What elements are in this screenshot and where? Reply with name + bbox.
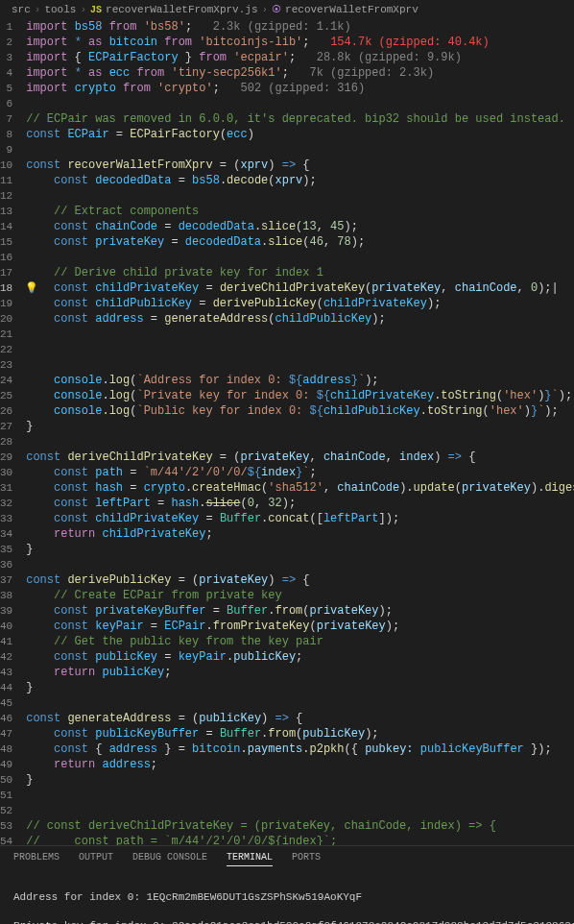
line-number: 39: [0, 603, 12, 619]
line-number: 20: [0, 311, 12, 327]
code-line[interactable]: [26, 557, 574, 572]
line-number: 42: [0, 649, 12, 665]
code-line[interactable]: const privateKey = decodedData.slice(46,…: [26, 234, 574, 250]
chevron-right-icon: ›: [80, 4, 86, 15]
line-number: 30: [0, 465, 12, 480]
tab-debug[interactable]: DEBUG CONSOLE: [132, 852, 207, 866]
breadcrumb[interactable]: src › tools › JS recoverWalletFromXprv.j…: [0, 0, 574, 19]
line-number: 9: [0, 142, 12, 158]
code-line[interactable]: [26, 188, 574, 204]
line-number: 19: [0, 296, 12, 311]
code-line[interactable]: const chainCode = decodedData.slice(13, …: [26, 219, 574, 234]
code-line[interactable]: const publicKeyBuffer = Buffer.from(publ…: [26, 726, 574, 742]
code-line[interactable]: const ECPair = ECPairFactory(ecc): [26, 127, 574, 142]
code-line[interactable]: [26, 327, 574, 342]
code-line[interactable]: [26, 357, 574, 373]
code-line[interactable]: import crypto from 'crypto'; 502 (gzippe…: [26, 81, 574, 96]
code-line[interactable]: // Derive child private key for index 1: [26, 265, 574, 280]
code-line[interactable]: [26, 695, 574, 711]
line-gutter: 123456789101112131415161718💡192021222324…: [0, 19, 26, 845]
line-number: 51: [0, 788, 12, 803]
code-line[interactable]: }: [26, 772, 574, 788]
breadcrumb-seg[interactable]: recoverWalletFromXprv: [285, 4, 419, 15]
code-line[interactable]: return childPrivateKey;: [26, 526, 574, 542]
code-line[interactable]: const childPublicKey = derivePublicKey(c…: [26, 296, 574, 311]
code-line[interactable]: const leftPart = hash.slice(0, 32);: [26, 496, 574, 511]
js-file-icon: JS: [90, 5, 102, 15]
code-line[interactable]: [26, 803, 574, 818]
code-line[interactable]: const decodedData = bs58.decode(xprv);: [26, 173, 574, 188]
code-line[interactable]: // Extract components: [26, 204, 574, 219]
code-line[interactable]: return address;: [26, 757, 574, 772]
code-line[interactable]: import bs58 from 'bs58'; 2.3k (gzipped: …: [26, 19, 574, 35]
code-line[interactable]: const path = `m/44'/2'/0'/0/${index}`;: [26, 465, 574, 480]
code-line[interactable]: // Create ECPair from private key: [26, 588, 574, 603]
code-line[interactable]: const generateAddress = (publicKey) => {: [26, 711, 574, 726]
code-line[interactable]: [26, 96, 574, 111]
terminal-output[interactable]: Address for index 0: 1EQcRm2mBEW6DUT1GsZ…: [0, 872, 574, 924]
line-number: 52: [0, 803, 12, 818]
lightbulb-icon[interactable]: 💡: [25, 280, 38, 296]
code-line[interactable]: [26, 142, 574, 158]
code-line[interactable]: import { ECPairFactory } from 'ecpair'; …: [26, 50, 574, 65]
line-number: 44: [0, 680, 12, 695]
code-line[interactable]: [26, 250, 574, 265]
terminal-line: Private key for index 0: 32aadc21ace3ea1…: [13, 919, 561, 924]
line-number: 31: [0, 480, 12, 496]
tab-ports[interactable]: PORTS: [292, 852, 321, 866]
tab-output[interactable]: OUTPUT: [79, 852, 113, 866]
code-line[interactable]: const hash = crypto.createHmac('sha512',…: [26, 480, 574, 496]
code-line[interactable]: return publicKey;: [26, 665, 574, 680]
code-line[interactable]: const publicKey = keyPair.publicKey;: [26, 649, 574, 665]
code-line[interactable]: }: [26, 419, 574, 434]
code-line[interactable]: import * as ecc from 'tiny-secp256k1'; 7…: [26, 65, 574, 81]
line-number: 53: [0, 818, 12, 834]
code-line[interactable]: }: [26, 680, 574, 695]
symbol-function-icon: ⦿: [272, 4, 281, 15]
code-line[interactable]: // const deriveChildPrivateKey = (privat…: [26, 818, 574, 834]
line-number: 32: [0, 496, 12, 511]
code-line[interactable]: console.log(`Address for index 0: ${addr…: [26, 373, 574, 388]
code-line[interactable]: const keyPair = ECPair.fromPrivateKey(pr…: [26, 619, 574, 634]
code-line[interactable]: const childPrivateKey = deriveChildPriva…: [26, 280, 574, 296]
code-line[interactable]: // const path = `m/44'/2'/0'/0/${index}`…: [26, 834, 574, 845]
code-line[interactable]: const recoverWalletFromXprv = (xprv) => …: [26, 158, 574, 173]
tab-terminal[interactable]: TERMINAL: [227, 852, 273, 866]
code-line[interactable]: const derivePublicKey = (privateKey) => …: [26, 572, 574, 588]
code-line[interactable]: // Get the public key from the key pair: [26, 634, 574, 649]
line-number: 1: [0, 19, 12, 35]
code-line[interactable]: [26, 434, 574, 450]
tab-problems[interactable]: PROBLEMS: [13, 852, 60, 866]
code-line[interactable]: [26, 788, 574, 803]
code-editor[interactable]: 123456789101112131415161718💡192021222324…: [0, 19, 574, 845]
line-number: 41: [0, 634, 12, 649]
line-number: 36: [0, 557, 12, 572]
line-number: 18: [0, 280, 12, 296]
line-number: 13: [0, 204, 12, 219]
terminal-line: Address for index 0: 1EQcRm2mBEW6DUT1GsZ…: [13, 890, 561, 905]
breadcrumb-seg[interactable]: recoverWalletFromXprv.js: [106, 4, 257, 15]
chevron-right-icon: ›: [262, 4, 269, 15]
code-line[interactable]: const deriveChildPrivateKey = (privateKe…: [26, 450, 574, 465]
breadcrumb-seg[interactable]: tools: [44, 4, 76, 15]
line-number: 23: [0, 357, 12, 373]
line-number: 34: [0, 526, 12, 542]
breadcrumb-seg[interactable]: src: [12, 4, 31, 15]
code-line[interactable]: const privateKeyBuffer = Buffer.from(pri…: [26, 603, 574, 619]
line-number: 54: [0, 834, 12, 845]
code-line[interactable]: const address = generateAddress(childPub…: [26, 311, 574, 327]
code-line[interactable]: console.log(`Private key for index 0: ${…: [26, 388, 574, 403]
line-number: 48: [0, 742, 12, 757]
code-line[interactable]: import * as bitcoin from 'bitcoinjs-lib'…: [26, 35, 574, 50]
code-line[interactable]: // ECPair was removed in 6.0.0, it's dep…: [26, 111, 574, 127]
line-number: 49: [0, 757, 12, 772]
code-area[interactable]: import bs58 from 'bs58'; 2.3k (gzipped: …: [26, 19, 574, 845]
code-line[interactable]: const { address } = bitcoin.payments.p2p…: [26, 742, 574, 757]
code-line[interactable]: }: [26, 542, 574, 557]
code-line[interactable]: [26, 342, 574, 357]
line-number: 25: [0, 388, 12, 403]
line-number: 38: [0, 588, 12, 603]
line-number: 2: [0, 35, 12, 50]
code-line[interactable]: const childPrivateKey = Buffer.concat([l…: [26, 511, 574, 526]
code-line[interactable]: console.log(`Public key for index 0: ${c…: [26, 403, 574, 419]
